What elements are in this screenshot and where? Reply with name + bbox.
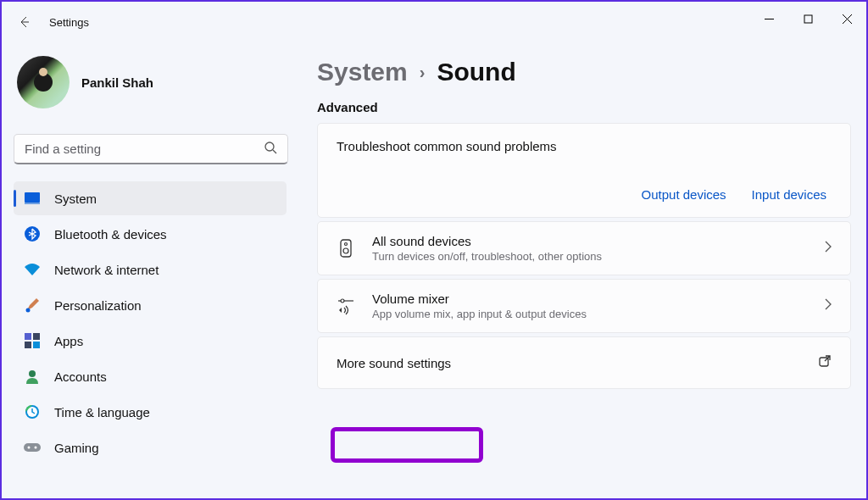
svg-rect-13 <box>33 342 40 348</box>
open-external-icon <box>818 354 832 371</box>
sidebar-item-apps[interactable]: Apps <box>14 324 287 358</box>
profile[interactable]: Pankil Shah <box>14 49 295 122</box>
gaming-icon <box>24 439 41 456</box>
maximize-button[interactable] <box>788 5 827 32</box>
sidebar-item-system[interactable]: System <box>14 181 287 215</box>
svg-point-14 <box>29 370 36 377</box>
svg-point-19 <box>35 447 37 449</box>
breadcrumb-current: Sound <box>437 58 515 86</box>
nav-label: Personalization <box>54 298 142 313</box>
volume-mixer-item[interactable]: Volume mixer App volume mix, app input &… <box>317 279 851 333</box>
svg-rect-7 <box>25 203 40 204</box>
nav-label: Bluetooth & devices <box>54 227 167 242</box>
more-sound-settings-item[interactable]: More sound settings <box>317 336 851 389</box>
svg-point-18 <box>28 447 31 449</box>
nav-label: System <box>54 192 97 206</box>
svg-point-9 <box>26 308 31 313</box>
sidebar-item-time[interactable]: Time & language <box>14 395 287 429</box>
sidebar-item-gaming[interactable]: Gaming <box>14 431 287 464</box>
list-title: More sound settings <box>337 356 451 370</box>
all-sound-devices-item[interactable]: All sound devices Turn devices on/off, t… <box>317 221 851 275</box>
mixer-icon <box>337 297 355 315</box>
search-icon <box>264 141 277 158</box>
main-content: System › Sound Advanced Troubleshoot com… <box>295 42 866 498</box>
nav-label: Gaming <box>54 441 99 455</box>
wifi-icon <box>24 261 41 278</box>
section-header-advanced: Advanced <box>317 100 851 114</box>
close-button[interactable] <box>827 5 866 32</box>
search-placeholder: Find a setting <box>25 142 101 156</box>
account-icon <box>24 368 41 385</box>
svg-point-21 <box>345 243 348 246</box>
time-icon <box>24 403 41 420</box>
nav-list: System Bluetooth & devices Network & int… <box>14 181 295 464</box>
speaker-icon <box>337 239 355 258</box>
nav-label: Network & internet <box>54 263 159 277</box>
sidebar: Pankil Shah Find a setting System Blueto… <box>2 42 295 498</box>
profile-name: Pankil Shah <box>81 75 153 90</box>
list-subtitle: Turn devices on/off, troubleshoot, other… <box>372 250 808 263</box>
breadcrumb: System › Sound <box>317 58 851 86</box>
troubleshoot-card: Troubleshoot common sound problems Outpu… <box>317 123 851 218</box>
nav-label: Apps <box>54 334 83 348</box>
search-input[interactable]: Find a setting <box>14 134 288 164</box>
avatar <box>17 56 70 108</box>
system-icon <box>24 190 41 207</box>
nav-label: Accounts <box>54 369 107 384</box>
list-title: Volume mixer <box>372 292 808 306</box>
svg-line-5 <box>273 150 276 153</box>
svg-point-4 <box>265 142 274 151</box>
svg-rect-10 <box>25 333 31 340</box>
minimize-button[interactable] <box>749 5 788 32</box>
sidebar-item-bluetooth[interactable]: Bluetooth & devices <box>14 217 287 251</box>
svg-point-24 <box>341 299 344 303</box>
sidebar-item-accounts[interactable]: Accounts <box>14 359 287 393</box>
window-controls <box>749 5 866 32</box>
window-title: Settings <box>49 16 89 29</box>
svg-rect-6 <box>25 192 40 203</box>
input-devices-link[interactable]: Input devices <box>752 187 826 202</box>
svg-rect-11 <box>33 333 40 340</box>
apps-icon <box>24 332 41 349</box>
chevron-right-icon <box>825 298 832 314</box>
chevron-right-icon <box>825 241 832 256</box>
list-title: All sound devices <box>372 234 808 248</box>
troubleshoot-title: Troubleshoot common sound problems <box>337 139 832 153</box>
svg-point-22 <box>343 248 348 253</box>
chevron-right-icon: › <box>420 63 426 82</box>
back-button[interactable] <box>15 14 32 31</box>
svg-rect-12 <box>25 342 31 348</box>
sidebar-item-network[interactable]: Network & internet <box>14 253 287 286</box>
breadcrumb-parent[interactable]: System <box>317 58 408 86</box>
sidebar-item-personalization[interactable]: Personalization <box>14 288 287 322</box>
svg-rect-1 <box>804 15 812 23</box>
svg-rect-17 <box>24 443 41 452</box>
list-subtitle: App volume mix, app input & output devic… <box>372 308 808 320</box>
titlebar: Settings <box>2 2 866 42</box>
bluetooth-icon <box>24 225 41 242</box>
brush-icon <box>24 297 41 314</box>
nav-label: Time & language <box>54 405 150 419</box>
output-devices-link[interactable]: Output devices <box>642 187 726 202</box>
